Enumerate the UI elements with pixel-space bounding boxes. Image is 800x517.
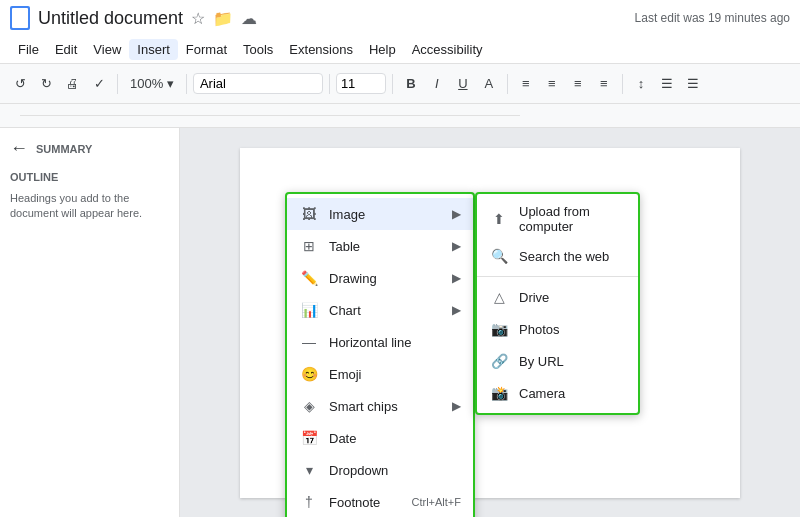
- menu-tools[interactable]: Tools: [235, 39, 281, 60]
- image-arrow-icon: ▶: [452, 207, 461, 221]
- move-icon[interactable]: 📁: [213, 9, 233, 28]
- menu-edit[interactable]: Edit: [47, 39, 85, 60]
- image-separator: [477, 276, 638, 277]
- insert-hline[interactable]: — Horizontal line: [287, 326, 473, 358]
- photos-icon: 📷: [489, 319, 509, 339]
- doc-title: Untitled document: [38, 8, 183, 29]
- underline-button[interactable]: U: [451, 72, 475, 95]
- last-edit-text: Last edit was 19 minutes ago: [635, 11, 790, 25]
- insert-table-label: Table: [329, 239, 360, 254]
- image-upload[interactable]: ⬆ Upload from computer: [477, 198, 638, 240]
- date-icon: 📅: [299, 428, 319, 448]
- footnote-shortcut: Ctrl+Alt+F: [411, 496, 461, 508]
- bullet-list-button[interactable]: ☰: [655, 72, 679, 95]
- insert-chart-label: Chart: [329, 303, 361, 318]
- toolbar-separator-6: [622, 74, 623, 94]
- insert-date[interactable]: 📅 Date: [287, 422, 473, 454]
- drive-icon: △: [489, 287, 509, 307]
- menu-bar: File Edit View Insert Format Tools Exten…: [0, 36, 800, 64]
- undo-button[interactable]: ↺: [8, 72, 32, 95]
- align-justify-button[interactable]: ≡: [592, 72, 616, 95]
- insert-emoji[interactable]: 😊 Emoji: [287, 358, 473, 390]
- star-icon[interactable]: ☆: [191, 9, 205, 28]
- spellcheck-button[interactable]: ✓: [87, 72, 111, 95]
- cloud-icon[interactable]: ☁: [241, 9, 257, 28]
- sidebar-outline-hint: Headings you add to the document will ap…: [10, 191, 169, 222]
- drawing-arrow-icon: ▶: [452, 271, 461, 285]
- image-photos-label: Photos: [519, 322, 559, 337]
- image-search-web[interactable]: 🔍 Search the web: [477, 240, 638, 272]
- table-arrow-icon: ▶: [452, 239, 461, 253]
- zoom-dropdown[interactable]: 100% ▾: [124, 72, 180, 95]
- image-search-web-label: Search the web: [519, 249, 609, 264]
- redo-button[interactable]: ↻: [34, 72, 58, 95]
- italic-button[interactable]: I: [425, 72, 449, 95]
- menu-view[interactable]: View: [85, 39, 129, 60]
- drawing-icon: ✏️: [299, 268, 319, 288]
- insert-table[interactable]: ⊞ Table ▶: [287, 230, 473, 262]
- image-camera-label: Camera: [519, 386, 565, 401]
- smart-chips-icon: ◈: [299, 396, 319, 416]
- toolbar: ↺ ↻ 🖨 ✓ 100% ▾ B I U A ≡ ≡ ≡ ≡ ↕ ☰ ☰: [0, 64, 800, 104]
- chart-icon: 📊: [299, 300, 319, 320]
- insert-footnote[interactable]: † Footnote Ctrl+Alt+F: [287, 486, 473, 517]
- sidebar-summary-label: SUMMARY: [36, 143, 92, 155]
- line-spacing-button[interactable]: ↕: [629, 72, 653, 95]
- sidebar-nav: ← SUMMARY: [10, 138, 169, 159]
- toolbar-separator-1: [117, 74, 118, 94]
- smart-chips-arrow-icon: ▶: [452, 399, 461, 413]
- title-icons: ☆ 📁 ☁: [191, 9, 257, 28]
- image-drive-label: Drive: [519, 290, 549, 305]
- camera-icon: 📸: [489, 383, 509, 403]
- text-color-button[interactable]: A: [477, 72, 501, 95]
- insert-emoji-label: Emoji: [329, 367, 362, 382]
- image-drive[interactable]: △ Drive: [477, 281, 638, 313]
- image-url[interactable]: 🔗 By URL: [477, 345, 638, 377]
- insert-chart[interactable]: 📊 Chart ▶: [287, 294, 473, 326]
- numbered-list-button[interactable]: ☰: [681, 72, 705, 95]
- insert-date-label: Date: [329, 431, 356, 446]
- menu-help[interactable]: Help: [361, 39, 404, 60]
- font-size-input[interactable]: [336, 73, 386, 94]
- sidebar: ← SUMMARY OUTLINE Headings you add to th…: [0, 128, 180, 517]
- menu-accessibility[interactable]: Accessibility: [404, 39, 491, 60]
- print-button[interactable]: 🖨: [60, 72, 85, 95]
- dropdown-icon: ▾: [299, 460, 319, 480]
- sidebar-outline-section: OUTLINE: [10, 171, 169, 183]
- sidebar-back-button[interactable]: ←: [10, 138, 28, 159]
- title-bar: Untitled document ☆ 📁 ☁ Last edit was 19…: [0, 0, 800, 36]
- bold-button[interactable]: B: [399, 72, 423, 95]
- image-upload-label: Upload from computer: [519, 204, 626, 234]
- upload-icon: ⬆: [489, 209, 509, 229]
- align-right-button[interactable]: ≡: [566, 72, 590, 95]
- align-center-button[interactable]: ≡: [540, 72, 564, 95]
- image-submenu: ⬆ Upload from computer 🔍 Search the web …: [475, 192, 640, 415]
- insert-menu: 🖼 Image ▶ ⊞ Table ▶ ✏️ Drawing ▶ 📊 Chart…: [285, 192, 475, 517]
- insert-smart-chips[interactable]: ◈ Smart chips ▶: [287, 390, 473, 422]
- insert-hline-label: Horizontal line: [329, 335, 411, 350]
- main-area: ← SUMMARY OUTLINE Headings you add to th…: [0, 128, 800, 517]
- url-icon: 🔗: [489, 351, 509, 371]
- doc-icon: [10, 6, 30, 30]
- insert-drawing-label: Drawing: [329, 271, 377, 286]
- toolbar-separator-3: [329, 74, 330, 94]
- menu-insert[interactable]: Insert: [129, 39, 178, 60]
- image-camera[interactable]: 📸 Camera: [477, 377, 638, 409]
- search-web-icon: 🔍: [489, 246, 509, 266]
- ruler-line: [20, 115, 520, 116]
- insert-drawing[interactable]: ✏️ Drawing ▶: [287, 262, 473, 294]
- insert-dropdown[interactable]: ▾ Dropdown: [287, 454, 473, 486]
- table-icon: ⊞: [299, 236, 319, 256]
- footnote-icon: †: [299, 492, 319, 512]
- emoji-icon: 😊: [299, 364, 319, 384]
- align-left-button[interactable]: ≡: [514, 72, 538, 95]
- image-photos[interactable]: 📷 Photos: [477, 313, 638, 345]
- hline-icon: —: [299, 332, 319, 352]
- menu-file[interactable]: File: [10, 39, 47, 60]
- image-icon: 🖼: [299, 204, 319, 224]
- menu-extensions[interactable]: Extensions: [281, 39, 361, 60]
- font-family-input[interactable]: [193, 73, 323, 94]
- menu-format[interactable]: Format: [178, 39, 235, 60]
- insert-image[interactable]: 🖼 Image ▶: [287, 198, 473, 230]
- insert-dropdown-label: Dropdown: [329, 463, 388, 478]
